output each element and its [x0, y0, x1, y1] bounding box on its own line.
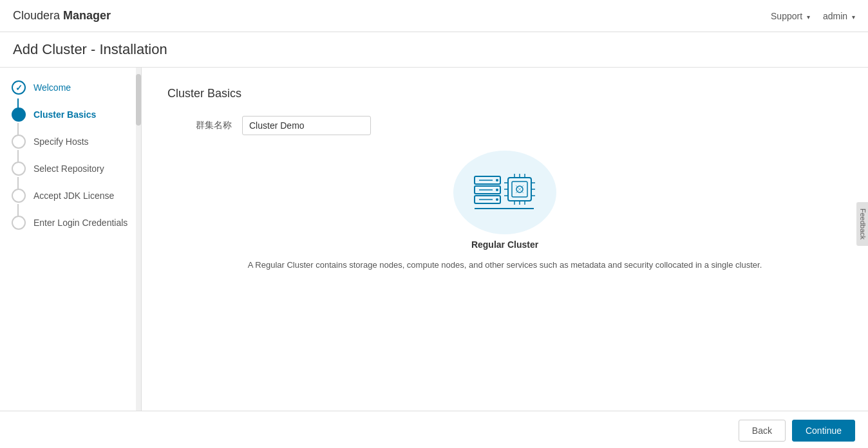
sidebar: ✓ Welcome Cluster Basics Specify Hosts [0, 68, 142, 411]
accept-jdk-label: Accept JDK License [33, 189, 114, 201]
welcome-indicator: ✓ [10, 80, 27, 95]
main-layout: ✓ Welcome Cluster Basics Specify Hosts [0, 68, 868, 411]
svg-point-4 [496, 189, 498, 191]
specify-hosts-circle [12, 135, 26, 149]
accept-jdk-circle [12, 189, 26, 203]
cluster-basics-indicator [10, 107, 27, 122]
select-repository-indicator [10, 162, 27, 176]
content-area: Cluster Basics 群集名称 [142, 68, 868, 411]
cluster-type-container: Regular Cluster A Regular Cluster contai… [167, 151, 842, 272]
page-title-bar: Add Cluster - Installation [0, 32, 868, 68]
sidebar-item-accept-jdk[interactable]: Accept JDK License [0, 180, 141, 207]
sidebar-scrollbar [136, 68, 141, 411]
select-repository-label: Select Repository [33, 162, 104, 174]
support-label: Support [771, 11, 802, 21]
sidebar-item-select-repository[interactable]: Select Repository [0, 153, 141, 180]
cluster-basics-circle [12, 107, 26, 122]
sidebar-item-welcome[interactable]: ✓ Welcome [0, 74, 141, 98]
sidebar-item-cluster-basics[interactable]: Cluster Basics [0, 98, 141, 126]
support-dropdown-icon: ▾ [807, 14, 810, 21]
app-brand: Cloudera Manager [13, 9, 111, 23]
accept-jdk-indicator [10, 189, 27, 203]
navbar-right: Support ▾ admin ▾ [771, 11, 855, 21]
cluster-description: A Regular Cluster contains storage nodes… [248, 259, 762, 272]
brand-suffix: Manager [63, 9, 111, 22]
sidebar-item-specify-hosts[interactable]: Specify Hosts [0, 126, 141, 153]
svg-point-3 [496, 179, 498, 182]
footer: Back Continue [0, 411, 868, 448]
enter-login-circle [12, 216, 26, 230]
brand-prefix: Cloudera [13, 9, 63, 22]
cluster-name-input[interactable] [242, 116, 371, 135]
section-title: Cluster Basics [167, 87, 842, 100]
welcome-checkmark: ✓ [15, 83, 23, 93]
welcome-circle: ✓ [12, 80, 26, 95]
cluster-name-row: 群集名称 [167, 116, 842, 135]
cluster-basics-label: Cluster Basics [33, 107, 96, 120]
feedback-tab[interactable]: Feedback [856, 202, 868, 246]
admin-dropdown-icon: ▾ [852, 14, 855, 21]
continue-button[interactable]: Continue [792, 420, 855, 442]
admin-menu[interactable]: admin ▾ [823, 11, 855, 21]
support-menu[interactable]: Support ▾ [771, 11, 810, 21]
specify-hosts-indicator [10, 135, 27, 149]
cluster-icon-box[interactable] [453, 151, 556, 234]
sidebar-item-enter-login[interactable]: Enter Login Credentials [0, 207, 141, 236]
back-button[interactable]: Back [739, 420, 786, 442]
svg-point-5 [496, 198, 498, 201]
admin-label: admin [823, 11, 847, 21]
enter-login-label: Enter Login Credentials [33, 216, 127, 229]
cluster-name-label: 群集名称 [167, 120, 232, 131]
specify-hosts-label: Specify Hosts [33, 135, 89, 147]
welcome-label: Welcome [33, 80, 71, 93]
cluster-svg-icon [469, 163, 540, 221]
cluster-type-label: Regular Cluster [471, 239, 538, 250]
enter-login-indicator [10, 216, 27, 230]
sidebar-scrollbar-thumb [136, 74, 141, 126]
navbar: Cloudera Manager Support ▾ admin ▾ [0, 0, 868, 32]
page-title: Add Cluster - Installation [13, 41, 855, 58]
select-repository-circle [12, 162, 26, 176]
